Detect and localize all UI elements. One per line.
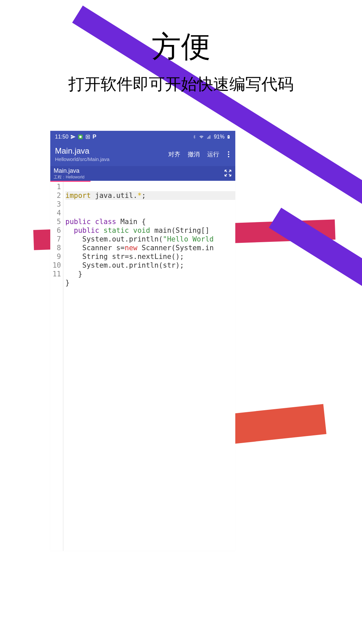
bluetooth-icon xyxy=(192,134,196,140)
status-time: 11:50 xyxy=(55,134,68,140)
line-number: 1 xyxy=(52,182,61,191)
line-gutter: 1 2 3 4 5 6 7 8 9 10 11 xyxy=(50,182,63,551)
notification-icon xyxy=(85,134,90,140)
promo-subtitle: 打开软件即可开始快速编写代码 xyxy=(0,73,362,95)
phone-screenshot: 11:50 P 91% xyxy=(50,131,235,551)
p-icon: P xyxy=(93,133,96,140)
line-number: 4 xyxy=(52,209,61,217)
undo-button[interactable]: 撤消 xyxy=(188,150,200,158)
line-number: 5 xyxy=(52,217,61,226)
file-path: Helloworld/src/Main.java xyxy=(55,156,168,162)
wifi-icon xyxy=(198,135,204,139)
file-title: Main.java xyxy=(55,146,168,156)
line-number: 8 xyxy=(52,244,61,252)
telegram-icon xyxy=(70,134,76,140)
promo-title: 方便 xyxy=(0,27,362,67)
app-bar: Main.java Helloworld/src/Main.java 对齐 撤消… xyxy=(50,143,235,166)
battery-percent: 91% xyxy=(214,134,225,140)
more-menu-icon[interactable] xyxy=(227,151,231,157)
line-number: 10 xyxy=(52,261,61,270)
tab-bar: Main.java 工程：Helloworld xyxy=(50,166,235,181)
code-content[interactable]: import java.util.*; public class Main { … xyxy=(63,182,235,551)
app-icon xyxy=(78,134,83,140)
battery-icon xyxy=(227,134,231,140)
line-number: 3 xyxy=(52,200,61,209)
decorative-stripe-orange xyxy=(223,404,326,445)
code-editor[interactable]: 1 2 3 4 5 6 7 8 9 10 11 import java.util… xyxy=(50,182,235,551)
line-number: 7 xyxy=(52,235,61,244)
active-tab[interactable]: Main.java 工程：Helloworld xyxy=(54,167,84,180)
code-token: import xyxy=(65,192,91,200)
align-button[interactable]: 对齐 xyxy=(168,150,180,158)
status-bar: 11:50 P 91% xyxy=(50,131,235,143)
line-number: 9 xyxy=(52,252,61,261)
signal-icon xyxy=(206,135,212,139)
line-number: 6 xyxy=(52,226,61,235)
tab-filename: Main.java xyxy=(54,167,84,174)
svg-point-1 xyxy=(79,136,82,138)
expand-icon[interactable] xyxy=(224,169,232,178)
line-number: 11 xyxy=(52,270,61,278)
run-button[interactable]: 运行 xyxy=(207,150,219,158)
promo-header: 方便 打开软件即可开始快速编写代码 xyxy=(0,0,362,95)
tab-project: 工程：Helloworld xyxy=(54,174,84,180)
line-number: 2 xyxy=(52,191,61,200)
